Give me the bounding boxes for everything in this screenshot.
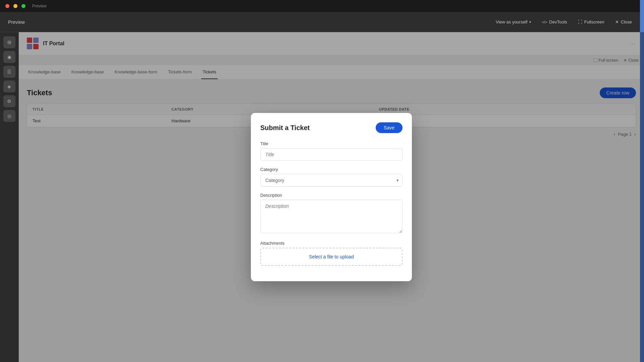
sidebar-icon-settings[interactable]: ⚙ [3, 95, 15, 107]
sidebar-icon-home[interactable]: ⊞ [3, 36, 15, 48]
modal-title: Submit a Ticket [260, 124, 310, 132]
left-sidebar: ⊞ ◉ ☰ ◈ ⚙ ◎ [0, 32, 19, 362]
os-bar-text: Preview [32, 4, 47, 8]
close-icon: ✕ [615, 19, 619, 24]
fullscreen-icon: ⛶ [578, 19, 582, 24]
chevron-down-icon: ▾ [529, 20, 531, 24]
devtools-label: DevTools [549, 19, 567, 24]
sidebar-icon-circle[interactable]: ◉ [3, 51, 15, 63]
inner-app: IT Portal ⋯ ⛶ Full screen ✕ Close K [19, 32, 644, 362]
category-select-wrapper: Category Hardware Software Network ▾ [260, 174, 402, 187]
fullscreen-label: Fullscreen [584, 19, 604, 24]
main-area: ⊞ ◉ ☰ ◈ ⚙ ◎ IT Portal ⋯ [0, 32, 644, 362]
preview-bar: Preview View as yourself ▾ </> DevTools … [0, 12, 644, 32]
category-label: Category [260, 167, 402, 172]
title-input[interactable] [260, 148, 402, 161]
content-area: IT Portal ⋯ ⛶ Full screen ✕ Close K [19, 32, 644, 362]
preview-close-button[interactable]: ✕ Close [611, 17, 636, 26]
category-select[interactable]: Category Hardware Software Network [260, 174, 402, 187]
description-label: Description [260, 193, 402, 198]
os-dot-green[interactable] [21, 4, 25, 8]
os-bar: Preview [0, 0, 644, 12]
modal-overlay: Submit a Ticket Save Title Category Cat [19, 32, 644, 362]
modal-save-button[interactable]: Save [376, 122, 402, 133]
title-label: Title [260, 141, 402, 146]
description-field-group: Description [260, 193, 402, 235]
view-as-yourself-label: View as yourself [496, 19, 527, 24]
os-dot-yellow[interactable] [13, 4, 17, 8]
upload-link[interactable]: Select a file to upload [309, 254, 354, 259]
file-upload-area[interactable]: Select a file to upload [260, 248, 402, 266]
sidebar-icon-grid[interactable]: ◈ [3, 80, 15, 93]
devtools-button[interactable]: </> DevTools [538, 17, 571, 26]
attachments-field-group: Attachments Select a file to upload [260, 241, 402, 266]
devtools-icon: </> [542, 20, 547, 24]
title-field-group: Title [260, 141, 402, 161]
submit-ticket-modal: Submit a Ticket Save Title Category Cat [251, 113, 412, 281]
preview-title: Preview [8, 19, 25, 25]
category-field-group: Category Category Hardware Software Netw… [260, 167, 402, 187]
fullscreen-button[interactable]: ⛶ Fullscreen [574, 17, 608, 26]
sidebar-icon-user[interactable]: ◎ [3, 110, 15, 122]
view-as-yourself-button[interactable]: View as yourself ▾ [492, 17, 535, 26]
description-textarea[interactable] [260, 200, 402, 233]
modal-header: Submit a Ticket Save [260, 122, 402, 133]
preview-actions: View as yourself ▾ </> DevTools ⛶ Fullsc… [492, 17, 636, 26]
preview-close-label: Close [621, 19, 632, 24]
os-dot-red[interactable] [5, 4, 9, 8]
attachments-label: Attachments [260, 241, 402, 246]
sidebar-icon-menu[interactable]: ☰ [3, 66, 15, 78]
